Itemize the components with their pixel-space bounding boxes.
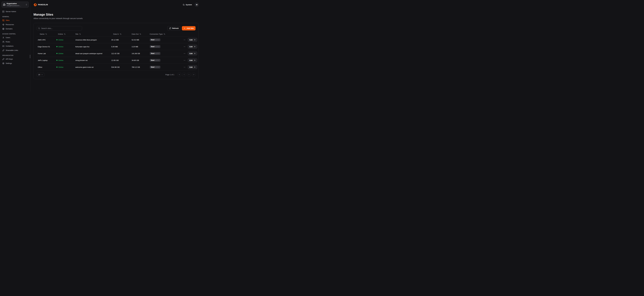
online-dot-icon [56, 39, 58, 40]
sidebar-item-roles[interactable]: Roles [2, 40, 29, 44]
table-row: Office Online welcome-giant-mole-rat 534… [37, 64, 196, 70]
online-dot-icon [56, 53, 58, 54]
row-menu-button[interactable] [183, 59, 186, 62]
data-out: 52.02 MB [130, 39, 148, 41]
moon-icon [183, 4, 185, 6]
sidebar-item-label: Roles [6, 41, 10, 43]
data-in: 534.98 GB [109, 66, 130, 68]
edit-button[interactable]: Edit [188, 65, 197, 69]
plus-icon [184, 27, 186, 29]
column-label: Online [58, 33, 63, 35]
sidebar-item-label: Resources [6, 24, 14, 26]
page-content: Manage Sites Allow connectivity to your … [30, 9, 202, 79]
sidebar-scrollbar-thumb[interactable] [30, 55, 30, 58]
combine-icon [2, 19, 4, 22]
sort-header-connection-type[interactable]: Connection Type [148, 33, 165, 35]
sort-header-site[interactable]: Site [73, 33, 81, 35]
theme-toggle-label: System [186, 4, 192, 6]
theme-toggle-button[interactable]: System [183, 4, 192, 6]
sidebar-item-server-admin[interactable]: Server Admin [2, 10, 29, 14]
sidebar: Organization milo@fossorial.io's ... Ser… [0, 0, 30, 92]
sidebar-item-settings[interactable]: Settings [2, 61, 29, 66]
online-status: Online [56, 39, 73, 41]
edit-button[interactable]: Edit [188, 45, 197, 48]
avatar[interactable]: M [195, 3, 199, 7]
table-row: Edge Device 01 Online fortunate-cape-fox… [37, 43, 196, 50]
edit-label: Edit [190, 46, 193, 48]
sidebar-item-label: Sites [6, 19, 10, 21]
connection-type-cell: Newt v1.3.2 [148, 38, 181, 41]
sidebar-item-domains[interactable]: Domains [2, 27, 29, 31]
table-row: AWS VPC Online vivacious-little-blue-pen… [37, 36, 196, 43]
row-menu-button[interactable] [183, 66, 186, 69]
row-actions: Edit [181, 38, 198, 42]
sidebar-item-sites[interactable]: Sites [2, 18, 29, 22]
edit-label: Edit [190, 60, 193, 61]
topbar-right: System M [183, 3, 199, 7]
sort-header-name[interactable]: Name [37, 33, 47, 35]
edit-button[interactable]: Edit [188, 38, 197, 42]
connection-badge: Newt v1.3.2 [150, 52, 160, 55]
sort-icon [79, 33, 81, 35]
sort-header-data-in[interactable]: Data In [109, 33, 122, 35]
add-site-button[interactable]: Add Site [182, 26, 196, 30]
connection-badge: Newt v1.3.2 [150, 45, 160, 48]
row-actions: Edit [181, 45, 198, 48]
sidebar-item-resources[interactable]: Resources [2, 22, 29, 27]
connection-type: Newt [151, 52, 154, 54]
column-label: Site [75, 33, 78, 35]
sort-header-data-out[interactable]: Data Out [130, 33, 141, 35]
sidebar-item-label: Server Admin [6, 10, 16, 12]
connection-type: Newt [151, 66, 154, 68]
site-slug: vivacious-little-blue-penguin [73, 39, 109, 41]
sort-icon [45, 33, 47, 35]
refresh-button[interactable]: Refresh [167, 26, 180, 30]
online-dot-icon [56, 60, 58, 61]
row-menu-button[interactable] [183, 45, 186, 48]
add-site-label: Add Site [187, 27, 194, 29]
sort-icon [164, 33, 165, 35]
online-label: Online [58, 39, 63, 41]
data-in: 30.12 MB [109, 39, 130, 41]
online-label: Online [58, 52, 63, 54]
sidebar-item-api-keys[interactable]: API Keys [2, 57, 29, 61]
gear-icon [2, 62, 4, 64]
connection-type: Newt [151, 60, 154, 61]
row-menu-button[interactable] [183, 38, 186, 41]
org-selector[interactable]: Organization milo@fossorial.io's ... [2, 2, 29, 8]
chevrons-up-down-icon [26, 4, 27, 6]
brand: PANGOLIN [34, 3, 48, 6]
sidebar-item-invitations[interactable]: Invitations [2, 44, 29, 48]
online-status: Online [56, 52, 73, 54]
edit-button[interactable]: Edit [188, 52, 197, 56]
last-page-button[interactable] [192, 73, 196, 76]
pangolin-logo-icon [34, 3, 37, 6]
site-name: Office [37, 66, 56, 68]
data-in: 12.65 GB [109, 60, 130, 61]
search-input[interactable] [37, 26, 82, 30]
first-page-button[interactable] [178, 73, 181, 76]
next-page-button[interactable] [187, 73, 191, 76]
sidebar-item-users[interactable]: Users [2, 36, 29, 40]
link-icon [2, 49, 4, 52]
chevron-down-icon [41, 74, 43, 76]
table-toolbar: Refresh Add Site [37, 26, 196, 30]
building-icon [3, 3, 6, 6]
ellipsis-icon [184, 52, 186, 54]
edit-button[interactable]: Edit [188, 58, 197, 62]
connection-type-cell: Newt v1.3.2 [148, 66, 181, 68]
site-slug: smug-brown-rat [73, 60, 109, 61]
sort-icon [120, 33, 122, 35]
previous-page-button[interactable] [182, 73, 186, 76]
sidebar-item-shareable-links[interactable]: Shareable Links [2, 48, 29, 52]
users-icon [2, 41, 4, 43]
org-selector-value: milo@fossorial.io's ... [6, 5, 21, 6]
edit-label: Edit [190, 39, 193, 41]
page-size-select[interactable]: 20 [37, 73, 44, 76]
site-name: Edge Device 01 [37, 46, 56, 48]
row-menu-button[interactable] [183, 52, 186, 55]
connection-badge: Newt v1.3.2 [150, 66, 160, 68]
sort-header-online[interactable]: Online [56, 33, 66, 35]
search-icon [38, 27, 40, 29]
data-out: 780.12 GB [130, 66, 148, 68]
